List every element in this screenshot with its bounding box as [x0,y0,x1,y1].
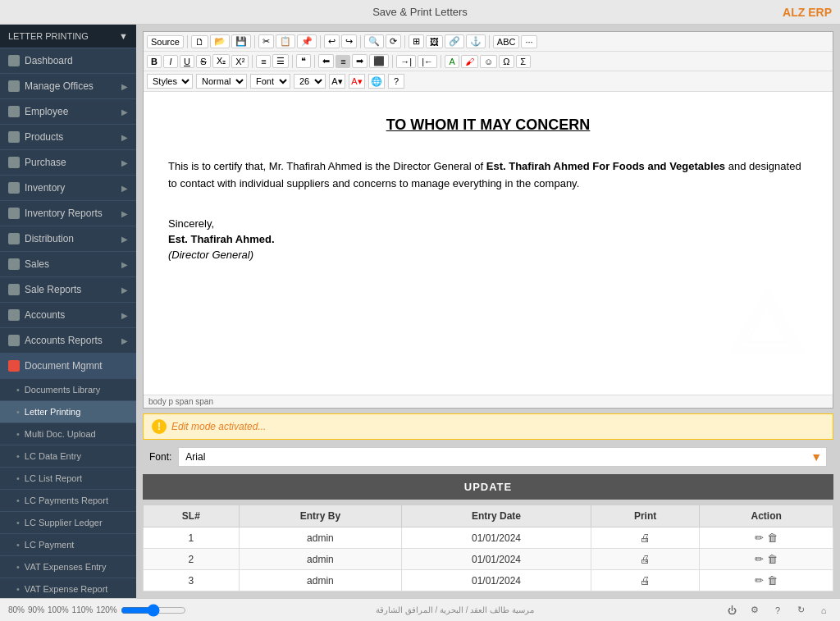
toolbar-btn-table[interactable]: ⊞ [409,34,424,48]
font-selector[interactable]: Arial [178,447,827,467]
submenu-lc-list-report[interactable]: LC List Report [0,468,136,490]
size-select[interactable]: 26 [294,74,326,89]
toolbar-btn-copy[interactable]: 📋 [276,34,295,48]
editor-area[interactable]: TO WHOM IT MAY CONCERN This is to certif… [144,92,833,395]
toolbar-row-1: Source 🗋 📂 💾 ✂ 📋 📌 ↩ ↪ 🔍 ⟳ ⊞ 🖼 🔗 [144,32,833,52]
align-right-button[interactable]: ➡ [352,54,368,68]
sidebar-item-accounts[interactable]: Accounts ▶ [0,303,136,328]
highlight-color-btn[interactable]: A▾ [349,74,365,89]
submenu-label: Documents Library [25,385,100,395]
edit-icon[interactable]: ✏ [755,532,764,544]
editor-content: TO WHOM IT MAY CONCERN This is to certif… [168,116,808,363]
bold-button[interactable]: B [147,55,162,68]
help-icon[interactable]: ? [769,602,786,619]
sidebar-header-label: LETTER PRINTING [8,31,89,41]
emoji-button[interactable]: ☺ [480,55,497,68]
superscript-button[interactable]: X² [231,55,249,68]
toolbar-btn-open[interactable]: 📂 [210,34,230,48]
toolbar-btn-more[interactable]: ··· [521,35,536,48]
sidebar-item-label: Sales [25,258,49,270]
symbol-button[interactable]: Ω [499,55,514,68]
sidebar-item-purchase[interactable]: Purchase ▶ [0,150,136,176]
toolbar-btn-redo[interactable]: ↪ [341,34,357,48]
toolbar-btn-spell[interactable]: ABC [493,35,520,48]
submenu-letter-printing[interactable]: Letter Printing [0,401,136,423]
delete-icon[interactable]: 🗑 [767,574,778,587]
sidebar-item-products[interactable]: Products ▶ [0,125,136,150]
home-icon[interactable]: ⌂ [815,602,832,619]
sidebar-item-inventory[interactable]: Inventory ▶ [0,176,136,201]
submenu-lc-payments-report[interactable]: LC Payments Report [0,490,136,512]
toolbar-btn-undo[interactable]: ↩ [324,34,340,48]
delete-icon[interactable]: 🗑 [767,553,778,565]
sidebar-item-employee[interactable]: Employee ▶ [0,99,136,125]
sidebar-item-accounts-reports[interactable]: Accounts Reports ▶ [0,328,136,354]
window-title: Save & Print Letters [372,6,468,18]
refresh-icon[interactable]: ↻ [792,602,809,619]
unordered-list-button[interactable]: ☰ [272,54,289,68]
toolbar-btn-cut[interactable]: ✂ [258,34,274,48]
subscript-button[interactable]: X₂ [212,54,230,68]
toolbar-btn-anchor[interactable]: ⚓ [466,34,486,48]
submenu-vat-expense-report[interactable]: VAT Expense Report [0,578,136,598]
source-button[interactable]: Source [147,35,184,48]
format-btn-3[interactable]: 🌐 [368,74,385,89]
employee-icon [8,106,20,117]
sidebar-item-inventory-reports[interactable]: Inventory Reports ▶ [0,201,136,226]
power-icon[interactable]: ⏻ [724,602,740,619]
toolbar-btn-paste[interactable]: 📌 [297,34,317,48]
sidebar-item-label: Inventory [25,182,65,194]
toolbar-btn-new[interactable]: 🗋 [191,35,208,48]
submenu-documents-library[interactable]: Documents Library [0,379,136,401]
justify-button[interactable]: ⬛ [369,54,389,68]
italic-button[interactable]: I [163,55,178,68]
font-row: Font: Arial ▼ [143,443,833,471]
paragraph-select[interactable]: Normal [196,74,247,89]
submenu-multi-doc-upload[interactable]: Multi Doc. Upload [0,423,136,445]
update-button[interactable]: UPDATE [143,474,833,500]
print-icon[interactable]: 🖨 [640,532,651,544]
delete-icon[interactable]: 🗑 [767,532,778,544]
toolbar-btn-link[interactable]: 🔗 [445,34,464,48]
bgcolor-button[interactable]: 🖌 [461,55,478,68]
toolbar-btn-image[interactable]: 🖼 [426,35,443,48]
sidebar-item-sale-reports[interactable]: Sale Reports ▶ [0,277,136,303]
toolbar-btn-replace[interactable]: ⟳ [386,34,401,48]
toolbar-btn-find[interactable]: 🔍 [364,34,384,48]
outdent-button[interactable]: |← [418,55,437,68]
format-btn-4[interactable]: ? [388,74,404,89]
text-color-btn[interactable]: A▾ [329,74,345,89]
edit-icon[interactable]: ✏ [755,553,764,565]
align-left-button[interactable]: ⬅ [318,54,334,68]
sidebar-item-distribution[interactable]: Distribution ▶ [0,226,136,252]
sidebar-item-dashboard[interactable]: Dashboard [0,48,136,74]
table-row: 3 admin 01/01/2024 🖨 ✏ 🗑 [144,570,833,591]
styles-select[interactable]: Styles [147,74,193,89]
edit-icon[interactable]: ✏ [755,574,764,587]
quote-button[interactable]: ❝ [296,54,311,68]
color-button[interactable]: A [445,55,459,68]
ordered-list-button[interactable]: ≡ [256,55,271,68]
special-char-button[interactable]: Σ [516,55,531,68]
zoom-slider[interactable] [121,604,186,617]
submenu-lc-data-entry[interactable]: LC Data Entry [0,445,136,468]
underline-button[interactable]: U [180,55,194,68]
toolbar-separator [489,35,490,48]
toolbar-separator [441,55,441,68]
sidebar-item-document-mgmnt[interactable]: Document Mgmnt [0,354,136,379]
sidebar-item-sales[interactable]: Sales ▶ [0,252,136,277]
submenu-lc-supplier-ledger[interactable]: LC Supplier Ledger [0,512,136,534]
editor-signature: Sincerely, Est. Thafirah Ahmed. (Directo… [168,217,808,261]
strikethrough-button[interactable]: S [196,55,211,68]
sidebar-item-manage-offices[interactable]: Manage Offices ▶ [0,74,136,99]
salutation: Sincerely, [168,217,808,230]
align-center-button[interactable]: ≡ [336,55,350,68]
print-icon[interactable]: 🖨 [640,574,651,587]
font-select[interactable]: Font [250,74,290,89]
submenu-lc-payment[interactable]: LC Payment [0,534,136,556]
toolbar-btn-save[interactable]: 💾 [231,34,251,48]
indent-button[interactable]: →| [396,55,416,68]
settings-icon[interactable]: ⚙ [746,602,763,619]
submenu-vat-expenses-entry[interactable]: VAT Expenses Entry [0,556,136,578]
print-icon[interactable]: 🖨 [640,553,651,565]
